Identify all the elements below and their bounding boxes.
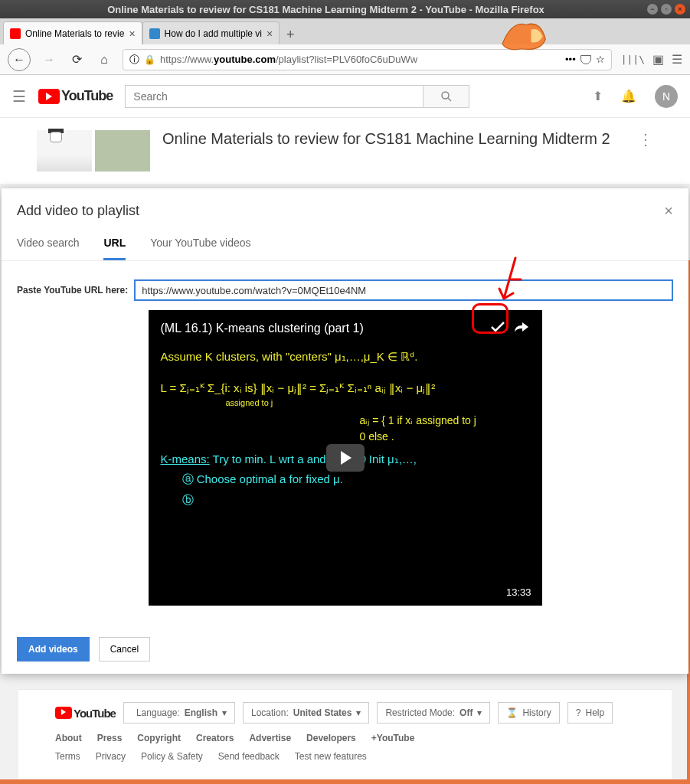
history-button[interactable]: ⌛History	[498, 702, 559, 724]
hw-line: L = Σⱼ₌₁ᴷ Σ_{i: xᵢ is} ‖xᵢ − μⱼ‖² = Σⱼ₌₁…	[161, 380, 530, 397]
lock-icon: 🔒	[144, 54, 155, 65]
sidebar-icon[interactable]: ▣	[652, 52, 664, 67]
window-close-button[interactable]: ×	[675, 4, 685, 15]
svg-point-0	[442, 92, 449, 99]
tab-favicon-youtube	[10, 28, 21, 39]
footer-link[interactable]: Copyright	[137, 733, 181, 743]
tab-close-icon[interactable]: ×	[267, 28, 273, 40]
footer-link[interactable]: Advertise	[249, 733, 291, 743]
tab-video-search[interactable]: Video search	[17, 229, 79, 260]
checkmark-icon[interactable]	[490, 321, 505, 336]
footer-link[interactable]: Terms	[55, 751, 80, 762]
search-button[interactable]	[423, 85, 469, 108]
page-border-decoration	[0, 779, 690, 784]
nav-reload-button[interactable]: ⟳	[67, 51, 86, 69]
notifications-bell-icon[interactable]: 🔔	[621, 89, 636, 103]
video-preview[interactable]: (ML 16.1) K-means clustering (part 1) As…	[149, 310, 542, 606]
footer-link[interactable]: Developers	[306, 733, 356, 743]
footer-primary-links: About Press Copyright Creators Advertise…	[55, 733, 635, 743]
footer-link[interactable]: Test new features	[295, 751, 367, 762]
upload-icon[interactable]: ⬆	[593, 89, 603, 103]
window-titlebar: Online Materials to review for CS181 Mac…	[0, 0, 690, 18]
tab-label: Online Materials to revie	[25, 28, 124, 39]
browser-tab[interactable]: How do I add multiple vi ×	[142, 21, 280, 44]
hw-line: ⓐ Choose optimal a for fixed μ.	[182, 471, 530, 488]
site-info-icon[interactable]: ⓘ	[129, 53, 139, 67]
modal-close-button[interactable]: ×	[664, 202, 673, 220]
modal-tabs: Video search URL Your YouTube videos	[2, 229, 688, 261]
playlist-thumbnails	[37, 130, 150, 172]
tab-label: How do I add multiple vi	[165, 28, 262, 39]
tab-your-videos[interactable]: Your YouTube videos	[150, 229, 250, 260]
play-button[interactable]	[326, 444, 365, 472]
footer-link[interactable]: Creators	[196, 733, 234, 743]
history-icon: ⌛	[506, 707, 518, 718]
footer-link[interactable]: Privacy	[96, 751, 126, 762]
youtube-header: ☰ YouTube ⬆ 🔔 N	[0, 75, 690, 118]
youtube-logo-text: YouTube	[61, 88, 113, 104]
window-minimize-button[interactable]: −	[647, 4, 658, 15]
youtube-footer: YouTube Language: English ▾ Location: Un…	[18, 689, 672, 782]
footer-link[interactable]: +YouTube	[371, 733, 415, 743]
nav-home-button[interactable]: ⌂	[95, 51, 113, 69]
playlist-more-icon[interactable]: ⋮	[638, 130, 653, 172]
chevron-down-icon: ▾	[222, 707, 227, 718]
paste-url-input[interactable]	[134, 279, 673, 301]
window-maximize-button[interactable]: ▫	[661, 4, 672, 15]
tab-favicon-stackexchange	[149, 28, 160, 39]
header-actions: ⬆ 🔔 N	[593, 85, 678, 108]
url-row: Paste YouTube URL here:	[17, 279, 673, 301]
restricted-mode-select[interactable]: Restricted Mode: Off ▾	[377, 702, 490, 724]
hw-line: assigned to j	[226, 397, 530, 410]
browser-tab-strip: Online Materials to revie × How do I add…	[0, 18, 690, 44]
nav-back-button[interactable]: ←	[8, 48, 31, 71]
youtube-logo[interactable]: YouTube	[38, 88, 113, 104]
tab-url[interactable]: URL	[103, 229, 126, 260]
hw-line: Assume K clusters, with "centers" μ₁,…,μ…	[161, 348, 530, 366]
robot-graphic	[44, 132, 67, 155]
chevron-down-icon: ▾	[356, 707, 361, 718]
language-select[interactable]: Language: English ▾	[123, 702, 235, 724]
youtube-logo-small[interactable]: YouTube	[55, 707, 116, 720]
video-titlebar: (ML 16.1) K-means clustering (part 1)	[161, 321, 530, 336]
footer-link[interactable]: About	[55, 733, 82, 743]
firefox-mascot-icon	[491, 15, 552, 54]
footer-controls: YouTube Language: English ▾ Location: Un…	[55, 702, 635, 724]
search-input[interactable]	[125, 85, 423, 108]
video-preview-wrap: (ML 16.1) K-means clustering (part 1) As…	[17, 310, 673, 606]
youtube-play-icon	[55, 707, 72, 719]
modal-body: Paste YouTube URL here: (ML 16.1) K-mean…	[2, 261, 688, 624]
app-menu-button[interactable]: ☰	[672, 52, 682, 67]
add-videos-button[interactable]: Add videos	[17, 637, 90, 662]
share-icon[interactable]	[513, 321, 530, 336]
location-select[interactable]: Location: United States ▾	[243, 702, 369, 724]
youtube-logo-text: YouTube	[74, 707, 116, 720]
account-avatar[interactable]: N	[655, 85, 678, 108]
help-icon: ?	[576, 707, 581, 718]
cancel-button[interactable]: Cancel	[99, 637, 150, 662]
playlist-thumb	[37, 130, 92, 172]
modal-footer: Add videos Cancel	[2, 624, 688, 674]
chevron-down-icon: ▾	[477, 707, 482, 718]
video-title: (ML 16.1) K-means clustering (part 1)	[161, 322, 482, 335]
library-icon[interactable]: |||\	[621, 54, 645, 65]
footer-link[interactable]: Send feedback	[218, 751, 280, 762]
footer-link[interactable]: Policy & Safety	[141, 751, 203, 762]
search-icon	[440, 90, 453, 103]
playlist-title: Online Materials to review for CS181 Mac…	[162, 130, 626, 172]
svg-line-1	[448, 98, 451, 101]
tab-close-icon[interactable]: ×	[129, 28, 135, 40]
footer-secondary-links: Terms Privacy Policy & Safety Send feedb…	[55, 751, 635, 762]
nav-forward-button[interactable]: →	[40, 51, 58, 69]
video-duration: 13:33	[506, 586, 531, 598]
bookmark-star-icon[interactable]: ☆	[596, 54, 605, 65]
hamburger-menu-icon[interactable]: ☰	[12, 87, 26, 106]
footer-link[interactable]: Press	[97, 733, 123, 743]
browser-tab-active[interactable]: Online Materials to revie ×	[3, 21, 142, 44]
page-action-dots-icon[interactable]: •••	[565, 54, 576, 65]
help-button[interactable]: ?Help	[567, 702, 613, 724]
hw-line: aᵢⱼ = { 1 if xᵢ assigned to j	[360, 413, 530, 429]
new-tab-button[interactable]: +	[280, 24, 301, 44]
pocket-icon[interactable]	[580, 55, 591, 64]
playlist-thumb	[95, 130, 150, 172]
